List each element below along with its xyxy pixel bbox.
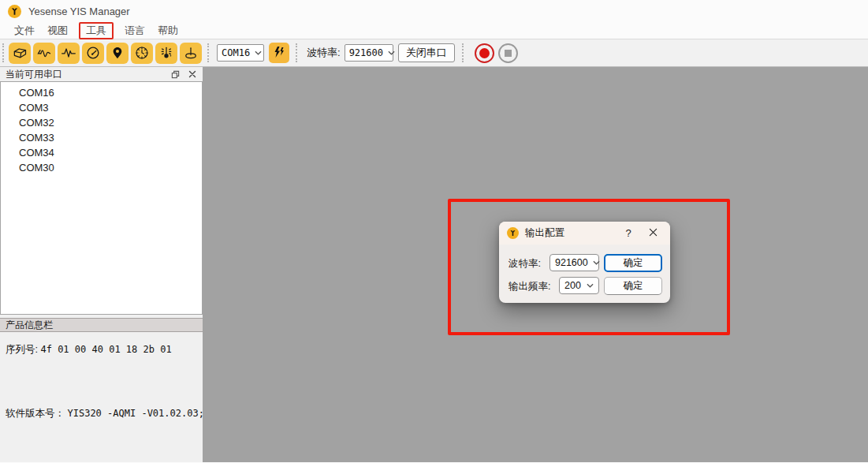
toolbar: COM16 波特率: 921600 关闭串口	[0, 39, 868, 67]
dialog-baud-label: 波特率:	[509, 257, 541, 271]
location-pin-icon	[110, 46, 125, 60]
chevron-down-icon	[383, 50, 395, 55]
dialog-freq-select[interactable]: 200	[559, 277, 599, 294]
app-logo-icon	[8, 5, 21, 18]
product-info-header: 产品信息栏	[0, 318, 203, 332]
pin-base-icon	[183, 45, 199, 61]
app-window: Yesense YIS Manager 文件 视图 工具 语言 帮助	[0, 0, 868, 463]
gauge-icon	[85, 45, 101, 61]
output-config-dialog: 输出配置 ? 波特率: 921600 确定 输出频率:	[499, 222, 670, 303]
chevron-down-icon	[588, 260, 600, 265]
software-version-value: YIS320 -AQMI -V01.02.03;	[67, 408, 203, 419]
serial-ports-dock: 当前可用串口 COM16 COM3 COM32 COM33 COM34 COM3…	[0, 67, 203, 462]
port-list-item[interactable]: COM32	[1, 115, 202, 130]
location-button[interactable]	[106, 43, 129, 64]
flash-icon	[273, 46, 285, 61]
box-3d-icon	[12, 45, 28, 61]
thermometer-button[interactable]	[155, 43, 177, 64]
clock-utc-button[interactable]	[131, 43, 153, 64]
menu-item-help[interactable]: 帮助	[151, 22, 184, 39]
dock-close-icon[interactable]	[187, 69, 198, 80]
record-icon	[479, 48, 490, 58]
window-title: Yesense YIS Manager	[28, 6, 130, 17]
waveform-icon	[61, 45, 76, 61]
close-icon	[649, 227, 658, 239]
stop-icon	[505, 50, 512, 57]
freq-ok-button[interactable]: 确定	[604, 277, 662, 295]
stop-button[interactable]	[498, 43, 518, 63]
menu-bar: 文件 视图 工具 语言 帮助	[0, 22, 868, 39]
baud-rate-row: 波特率: 921600 确定	[499, 254, 670, 272]
clock-utc-icon	[134, 45, 150, 61]
chevron-down-icon	[582, 283, 594, 288]
output-freq-row: 输出频率: 200 确定	[499, 277, 670, 295]
toolbar-grip[interactable]	[2, 43, 6, 62]
dialog-baud-select[interactable]: 921600	[549, 254, 599, 271]
serial-number-label: 序列号:	[6, 344, 38, 355]
baud-ok-button[interactable]: 确定	[604, 254, 662, 272]
chevron-down-icon	[250, 50, 262, 55]
software-version-row: 软件版本号： YIS320 -AQMI -V01.02.03;	[6, 407, 203, 420]
menu-item-view[interactable]: 视图	[41, 22, 74, 39]
port-list-item[interactable]: COM16	[1, 85, 202, 100]
dialog-title: 输出配置	[525, 226, 564, 240]
box-3d-button[interactable]	[9, 43, 31, 64]
port-list-item[interactable]: COM34	[1, 145, 202, 160]
port-list-item[interactable]: COM33	[1, 130, 202, 145]
menu-item-file[interactable]: 文件	[8, 22, 41, 39]
record-button[interactable]	[475, 43, 494, 63]
port-select-value: COM16	[222, 47, 250, 58]
port-list[interactable]: COM16 COM3 COM32 COM33 COM34 COM30	[0, 81, 203, 315]
toolbar-grip[interactable]	[296, 43, 299, 62]
menu-item-tools[interactable]: 工具	[80, 24, 112, 37]
software-version-label: 软件版本号：	[6, 408, 65, 419]
window-titlebar: Yesense YIS Manager	[0, 0, 868, 22]
wave-angle-icon	[36, 45, 52, 61]
dialog-close-button[interactable]	[643, 226, 662, 241]
close-serial-button[interactable]: 关闭串口	[398, 43, 455, 62]
serial-number-value: 4f 01 00 40 01 18 2b 01	[40, 344, 171, 355]
main-workspace: 输出配置 ? 波特率: 921600 确定 输出频率:	[203, 67, 868, 462]
dock-title: 当前可用串口	[6, 68, 62, 81]
dialog-titlebar[interactable]: 输出配置 ?	[499, 222, 670, 245]
tools-highlight-box: 工具	[79, 22, 114, 39]
baud-rate-select[interactable]: 921600	[345, 44, 393, 62]
menu-item-language[interactable]: 语言	[118, 22, 151, 39]
port-select[interactable]: COM16	[217, 44, 264, 62]
thermometer-icon	[158, 45, 174, 61]
dialog-freq-value: 200	[564, 280, 581, 291]
wave-angle-button[interactable]	[33, 43, 55, 64]
dock-header: 当前可用串口	[0, 67, 203, 81]
toolbar-grip[interactable]	[462, 43, 465, 62]
baud-rate-value: 921600	[349, 47, 383, 58]
waveform-button[interactable]	[58, 43, 80, 64]
dock-float-icon[interactable]	[170, 69, 181, 80]
gauge-button[interactable]	[82, 43, 104, 64]
toolbar-grip[interactable]	[207, 43, 210, 62]
dialog-freq-label: 输出频率:	[509, 280, 550, 293]
dialog-baud-value: 921600	[555, 257, 588, 268]
dialog-help-button[interactable]: ?	[620, 227, 637, 239]
baud-rate-label: 波特率:	[307, 46, 341, 60]
dialog-logo-icon	[507, 227, 519, 239]
pin-base-button[interactable]	[180, 43, 202, 64]
port-list-item[interactable]: COM3	[1, 100, 202, 115]
port-list-item[interactable]: COM30	[1, 160, 202, 175]
product-info-title: 产品信息栏	[6, 319, 53, 332]
refresh-ports-button[interactable]	[269, 43, 289, 63]
serial-number-row: 序列号: 4f 01 00 40 01 18 2b 01	[6, 343, 203, 357]
